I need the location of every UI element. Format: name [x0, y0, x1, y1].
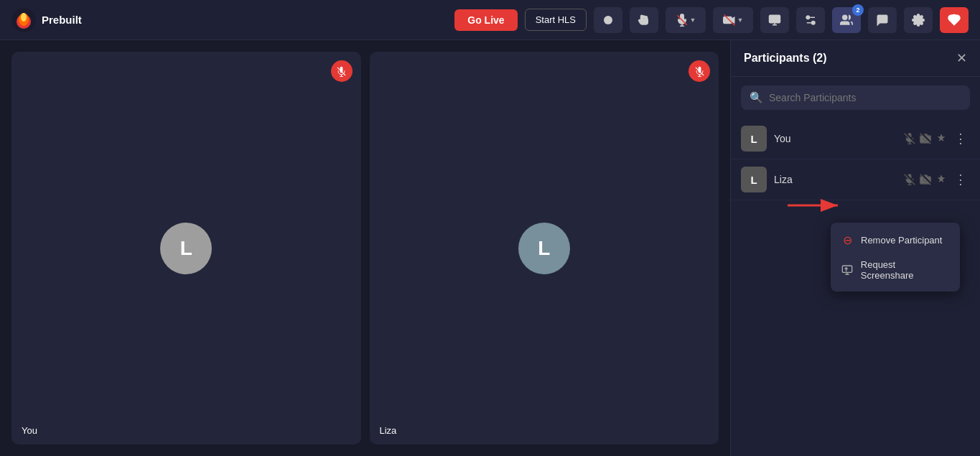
settings-icon	[912, 14, 925, 27]
mic-muted-icon-liza	[694, 66, 705, 77]
participants-badge: 2	[852, 4, 864, 16]
avatar-you: L	[160, 223, 212, 274]
sidebar-title: Participants (2)	[744, 52, 827, 65]
screenshare-icon	[768, 14, 781, 27]
raise-hand-button[interactable]	[630, 7, 658, 33]
participants-icon	[840, 14, 853, 27]
video-tile-you: L You	[11, 52, 361, 445]
participant-camera-icon-you	[920, 133, 931, 144]
request-screenshare-menu-item[interactable]: Request Screenshare	[831, 253, 960, 287]
svg-point-4	[604, 16, 612, 24]
participant-pin-icon-liza	[935, 174, 947, 185]
main-content: L You L Liza	[0, 40, 980, 456]
video-area: L You L Liza	[0, 40, 730, 456]
app-title: Prebuilt	[42, 14, 82, 26]
camera-dropdown-arrow: ▼	[737, 17, 744, 24]
tile-name-liza: Liza	[380, 425, 397, 436]
mic-muted-icon-you	[336, 66, 347, 77]
participant-camera-icon-liza	[920, 174, 931, 185]
tile-name-you: You	[22, 425, 37, 436]
request-screenshare-icon	[841, 264, 854, 276]
mic-dropdown-arrow: ▼	[690, 17, 696, 24]
participant-item-liza: L Liza	[731, 159, 980, 200]
participant-avatar-liza: L	[741, 167, 767, 192]
camera-toggle-button[interactable]: ▼	[713, 7, 753, 33]
participant-icons-liza: ⋮	[904, 170, 970, 189]
end-call-icon	[947, 13, 961, 27]
participant-icons-you: ⋮	[904, 129, 970, 148]
sidebar-header: Participants (2) ✕	[731, 40, 980, 77]
chat-icon	[876, 14, 889, 27]
participant-mic-icon-you	[904, 133, 915, 144]
avatar-liza: L	[518, 223, 570, 274]
remove-circle-icon: ⊖	[841, 233, 854, 246]
settings-button[interactable]	[904, 7, 933, 33]
screenshare-button[interactable]	[760, 7, 789, 33]
search-bar: 🔍	[741, 85, 970, 110]
record-icon	[602, 14, 615, 27]
plugins-icon	[804, 14, 817, 27]
mic-muted-badge-liza	[689, 60, 710, 82]
participant-list: L You	[731, 118, 980, 456]
participant-more-button-liza[interactable]: ⋮	[951, 170, 970, 189]
close-sidebar-button[interactable]: ✕	[956, 52, 967, 65]
video-tile-liza: L Liza	[370, 52, 719, 445]
participants-button[interactable]: 2	[832, 7, 861, 33]
mic-icon	[676, 14, 689, 27]
record-button[interactable]	[594, 7, 622, 33]
plugins-button[interactable]	[796, 7, 825, 33]
hand-icon	[638, 14, 650, 27]
participants-sidebar: Participants (2) ✕ 🔍 L You	[730, 40, 980, 456]
mic-muted-badge-you	[331, 60, 353, 82]
svg-point-10	[812, 21, 816, 24]
logo-area: Prebuilt	[11, 8, 82, 32]
go-live-button[interactable]: Go Live	[454, 9, 517, 31]
end-call-button[interactable]	[940, 7, 969, 33]
app-logo-icon	[11, 8, 36, 32]
participant-more-button-you[interactable]: ⋮	[951, 129, 970, 148]
chat-button[interactable]	[868, 7, 897, 33]
mic-toggle-button[interactable]: ▼	[666, 7, 706, 33]
topbar: Prebuilt Go Live Start HLS ▼ ▼	[0, 0, 980, 40]
context-menu: ⊖ Remove Participant	[831, 223, 960, 292]
camera-icon	[723, 14, 736, 27]
start-hls-button[interactable]: Start HLS	[525, 9, 587, 31]
svg-point-12	[843, 15, 847, 19]
svg-point-11	[806, 16, 810, 19]
context-menu-arrow	[788, 192, 845, 218]
participant-name-liza: Liza	[774, 174, 897, 185]
participant-name-you: You	[774, 133, 897, 144]
participant-avatar-you: L	[741, 126, 767, 152]
remove-participant-menu-item[interactable]: ⊖ Remove Participant	[831, 227, 960, 253]
search-icon: 🔍	[750, 91, 763, 104]
participant-pin-icon-you	[935, 133, 947, 144]
svg-point-3	[21, 13, 27, 22]
participant-mic-icon-liza	[904, 174, 915, 185]
search-participants-input[interactable]	[769, 92, 961, 103]
participant-item-you: L You	[731, 118, 980, 159]
